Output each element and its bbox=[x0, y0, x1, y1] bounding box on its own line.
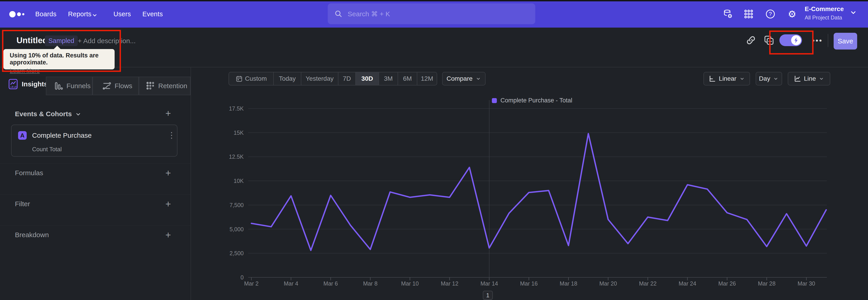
svg-text:15K: 15K bbox=[234, 129, 244, 136]
insights-icon bbox=[8, 78, 19, 90]
granularity-label: Day bbox=[759, 75, 770, 82]
add-formula-button[interactable]: + bbox=[163, 168, 173, 179]
range-3m[interactable]: 3M bbox=[379, 72, 398, 85]
window-top-strip bbox=[0, 0, 868, 1]
line-chart-icon bbox=[794, 75, 801, 83]
app-window: Boards Reports Users Events Search ⌘ + K bbox=[0, 0, 868, 300]
svg-text:10K: 10K bbox=[234, 178, 244, 184]
funnels-icon bbox=[54, 81, 63, 91]
event-card[interactable]: A Complete Purchase ⋮ Count Total bbox=[11, 125, 178, 157]
header-divider bbox=[828, 34, 828, 47]
compare-button[interactable]: Compare bbox=[442, 72, 486, 86]
nav-link-users[interactable]: Users bbox=[114, 10, 131, 18]
svg-text:7,500: 7,500 bbox=[229, 202, 244, 208]
project-chevron-down-icon[interactable] bbox=[849, 8, 858, 18]
settings-gear-icon[interactable]: ⚙ bbox=[786, 8, 798, 20]
add-filter-button[interactable]: + bbox=[163, 199, 173, 210]
compare-chevron-icon bbox=[475, 76, 481, 82]
more-options-button[interactable]: ••• bbox=[812, 36, 823, 45]
nav-link-reports[interactable]: Reports bbox=[68, 10, 92, 18]
svg-text:Mar 22: Mar 22 bbox=[639, 280, 657, 287]
project-scope: All Project Data bbox=[805, 14, 842, 21]
chart-type-selector[interactable]: Line bbox=[788, 72, 830, 86]
pagination-page-button[interactable]: 1 bbox=[483, 291, 493, 300]
chart-legend[interactable]: Complete Purchase - Total bbox=[492, 97, 572, 104]
sampling-tooltip: Using 10% of data. Results are approxima… bbox=[3, 49, 115, 69]
duplicate-to-board-icon[interactable] bbox=[764, 35, 774, 46]
tab-insights[interactable]: Insights bbox=[0, 73, 46, 95]
sampling-toggle[interactable] bbox=[779, 34, 802, 46]
add-event-button[interactable]: + bbox=[163, 108, 173, 119]
sampled-badge[interactable]: Sampled bbox=[45, 35, 78, 46]
legend-swatch bbox=[492, 98, 497, 103]
tab-funnels[interactable]: Funnels bbox=[46, 77, 92, 95]
tab-retention-label: Retention bbox=[158, 82, 187, 90]
reports-chevron-down-icon[interactable] bbox=[91, 12, 98, 20]
event-name[interactable]: Complete Purchase bbox=[32, 131, 92, 139]
section-breakdown[interactable]: Breakdown bbox=[15, 231, 49, 239]
range-yesterday[interactable]: Yesterday bbox=[301, 72, 338, 85]
search-icon bbox=[334, 9, 343, 18]
svg-text:Mar 10: Mar 10 bbox=[401, 280, 419, 287]
tab-funnels-label: Funnels bbox=[66, 82, 91, 90]
tab-insights-label: Insights bbox=[22, 80, 48, 88]
sidebar-section-divider bbox=[0, 163, 191, 164]
events-cohorts-header[interactable]: Events & Cohorts bbox=[15, 110, 72, 118]
apps-grid-icon[interactable] bbox=[743, 8, 754, 20]
report-header bbox=[0, 28, 868, 67]
tab-flows[interactable]: Flows bbox=[92, 77, 139, 95]
granularity-selector[interactable]: Day bbox=[756, 72, 782, 86]
nav-link-boards[interactable]: Boards bbox=[35, 10, 57, 18]
scale-chevron-icon bbox=[739, 76, 745, 82]
save-button[interactable]: Save bbox=[834, 33, 857, 50]
range-today[interactable]: Today bbox=[273, 72, 301, 85]
range-custom[interactable]: Custom bbox=[229, 72, 273, 85]
mixpanel-logo-icon[interactable] bbox=[9, 10, 28, 19]
range-12m[interactable]: 12M bbox=[417, 72, 437, 85]
project-name[interactable]: E-Commerce bbox=[805, 5, 844, 13]
compare-label: Compare bbox=[446, 75, 472, 82]
copy-link-icon[interactable] bbox=[745, 35, 756, 46]
help-question-glyph: ? bbox=[769, 11, 772, 17]
range-30d[interactable]: 30D bbox=[355, 72, 379, 85]
svg-text:Mar 18: Mar 18 bbox=[560, 280, 577, 287]
gear-glyph: ⚙ bbox=[788, 8, 796, 20]
svg-text:Mar 16: Mar 16 bbox=[520, 280, 538, 287]
report-title[interactable]: Untitled bbox=[17, 36, 48, 45]
linear-scale-icon bbox=[708, 75, 716, 83]
tooltip-text: Using 10% of data. Results are approxima… bbox=[10, 52, 115, 66]
add-breakdown-button[interactable]: + bbox=[163, 230, 173, 241]
data-management-icon[interactable] bbox=[722, 8, 733, 20]
section-filter[interactable]: Filter bbox=[15, 200, 30, 208]
svg-text:Mar 26: Mar 26 bbox=[718, 280, 736, 287]
legend-label: Complete Purchase - Total bbox=[500, 97, 572, 104]
section-formulas[interactable]: Formulas bbox=[15, 169, 43, 177]
top-nav: Boards Reports Users Events Search ⌘ + K bbox=[0, 0, 868, 28]
tab-retention[interactable]: Retention bbox=[139, 77, 191, 95]
range-6m[interactable]: 6M bbox=[398, 72, 417, 85]
range-custom-label: Custom bbox=[245, 75, 267, 82]
add-description-button[interactable]: + Add description... bbox=[78, 37, 135, 45]
help-icon[interactable]: ? bbox=[765, 8, 776, 20]
svg-text:12.5K: 12.5K bbox=[229, 153, 244, 160]
events-cohorts-chevron-icon[interactable] bbox=[74, 111, 82, 119]
svg-text:2,500: 2,500 bbox=[229, 250, 244, 257]
tab-flows-label: Flows bbox=[115, 82, 132, 90]
event-kebab-menu[interactable]: ⋮ bbox=[167, 130, 176, 140]
search-input[interactable]: Search ⌘ + K bbox=[328, 3, 535, 24]
range-7d[interactable]: 7D bbox=[338, 72, 355, 85]
learn-more-link[interactable]: Learn More bbox=[10, 67, 40, 74]
svg-text:Mar 28: Mar 28 bbox=[758, 280, 776, 287]
retention-icon bbox=[146, 81, 155, 91]
date-range-selector: Custom Today Yesterday 7D 30D 3M 6M 12M bbox=[228, 72, 437, 86]
granularity-chevron-icon bbox=[773, 76, 779, 82]
svg-text:Mar 30: Mar 30 bbox=[798, 280, 815, 287]
chart-type-chevron-icon bbox=[818, 76, 825, 82]
nav-link-events[interactable]: Events bbox=[143, 10, 163, 18]
event-metric[interactable]: Count Total bbox=[32, 146, 62, 153]
svg-text:Mar 14: Mar 14 bbox=[480, 280, 498, 287]
scale-selector[interactable]: Linear bbox=[704, 72, 750, 86]
svg-text:Mar 4: Mar 4 bbox=[284, 280, 298, 287]
svg-text:Mar 20: Mar 20 bbox=[599, 280, 617, 287]
svg-text:Mar 6: Mar 6 bbox=[323, 280, 338, 287]
